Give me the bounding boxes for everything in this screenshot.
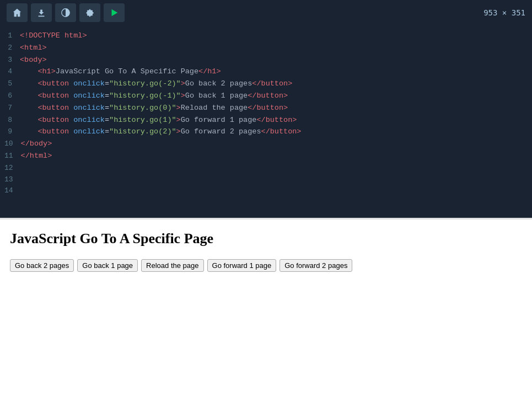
- line-num-10: 10: [4, 138, 21, 150]
- code-line-5: 5 <button onclick="history.go(-2)">Go ba…: [0, 78, 532, 90]
- home-icon: [12, 8, 22, 18]
- code-line-13: 13: [0, 174, 532, 186]
- line-num-12: 12: [4, 163, 21, 174]
- code-line-7: 7 <button onclick="history.go(0)">Reload…: [0, 102, 532, 114]
- line-content-12: [21, 162, 528, 174]
- line-content-6: <button onclick="history.go(-1)">Go back…: [20, 90, 528, 102]
- go-forward-1-button[interactable]: Go forward 1 page: [207, 259, 277, 272]
- line-num-2: 2: [4, 42, 20, 54]
- reload-button[interactable]: Reload the page: [141, 259, 203, 272]
- line-content-10: </body>: [21, 138, 528, 150]
- code-line-4: 4 <h1>JavaScript Go To A Specific Page</…: [0, 66, 532, 78]
- preview-title: JavaScript Go To A Specific Page: [10, 230, 522, 247]
- line-num-1: 1: [4, 30, 20, 42]
- code-line-12: 12: [0, 162, 532, 174]
- preview-panel: JavaScript Go To A Specific Page Go back…: [0, 218, 532, 413]
- settings-button[interactable]: [79, 3, 100, 22]
- line-content-11: </html>: [21, 150, 528, 162]
- code-line-6: 6 <button onclick="history.go(-1)">Go ba…: [0, 90, 532, 102]
- play-icon: [109, 8, 119, 18]
- download-button[interactable]: [31, 3, 52, 22]
- line-num-9: 9: [4, 126, 20, 138]
- line-num-11: 11: [4, 151, 21, 162]
- code-line-8: 8 <button onclick="history.go(1)">Go for…: [0, 114, 532, 126]
- line-content-7: <button onclick="history.go(0)">Reload t…: [20, 102, 528, 114]
- editor-toolbar: 953 × 351: [0, 0, 532, 25]
- line-content-5: <button onclick="history.go(-2)">Go back…: [20, 78, 528, 90]
- go-back-2-button[interactable]: Go back 2 pages: [10, 259, 74, 272]
- download-icon: [36, 8, 46, 18]
- line-content-4: <h1>JavaScript Go To A Specific Page</h1…: [20, 66, 528, 78]
- line-num-4: 4: [4, 66, 20, 78]
- go-forward-2-button[interactable]: Go forward 2 pages: [280, 259, 352, 272]
- editor-panel: 953 × 351 1 <!DOCTYPE html> 2 <html> 3 <…: [0, 0, 532, 218]
- code-line-3: 3 <body>: [0, 54, 532, 66]
- settings-icon: [85, 8, 95, 18]
- contrast-button[interactable]: [55, 3, 76, 22]
- code-area: 1 <!DOCTYPE html> 2 <html> 3 <body> 4 <h…: [0, 25, 532, 201]
- line-content-2: <html>: [20, 42, 528, 54]
- go-back-1-button[interactable]: Go back 1 page: [77, 259, 138, 272]
- code-line-10: 10 </body>: [0, 138, 532, 150]
- line-content-9: <button onclick="history.go(2)">Go forwa…: [20, 126, 528, 138]
- line-content-3: <body>: [20, 54, 528, 66]
- contrast-icon: [61, 8, 71, 18]
- line-num-5: 5: [4, 78, 20, 90]
- line-num-13: 13: [4, 174, 21, 186]
- dimensions-label: 953 × 351: [483, 8, 525, 17]
- line-num-6: 6: [4, 90, 20, 102]
- line-content-8: <button onclick="history.go(1)">Go forwa…: [20, 114, 528, 126]
- preview-buttons: Go back 2 pages Go back 1 page Reload th…: [10, 259, 522, 272]
- line-num-14: 14: [4, 185, 21, 197]
- toolbar-buttons: [7, 3, 125, 22]
- play-button[interactable]: [104, 3, 125, 22]
- code-line-1: 1 <!DOCTYPE html>: [0, 30, 532, 42]
- code-line-11: 11 </html>: [0, 150, 532, 162]
- code-line-2: 2 <html>: [0, 42, 532, 54]
- line-num-8: 8: [4, 115, 20, 126]
- code-line-9: 9 <button onclick="history.go(2)">Go for…: [0, 126, 532, 138]
- line-content-1: <!DOCTYPE html>: [20, 30, 528, 42]
- line-num-7: 7: [4, 103, 20, 114]
- line-num-3: 3: [4, 55, 20, 66]
- home-button[interactable]: [7, 3, 28, 22]
- code-line-14: 14: [0, 185, 532, 197]
- svg-marker-1: [112, 9, 118, 17]
